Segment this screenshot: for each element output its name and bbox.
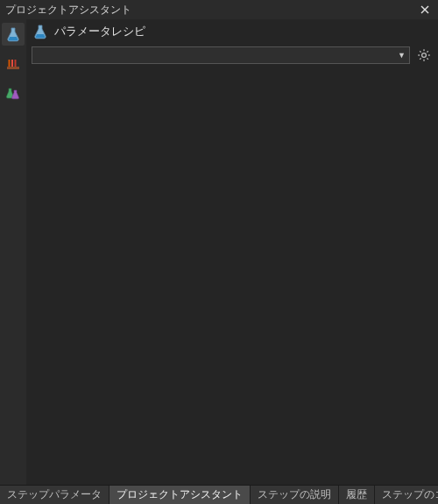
tab-step-parameters[interactable]: ステップパラメータ [0,486,110,504]
chevron-down-icon: ▼ [398,51,406,60]
bottom-tab-bar: ステップパラメータ プロジェクトアシスタント ステップの説明 履歴 ステップのコ… [0,485,438,504]
panel-titlebar: プロジェクトアシスタント [0,0,438,19]
header-flask-icon [32,23,49,40]
svg-rect-3 [9,60,11,67]
svg-rect-2 [7,67,19,69]
main-area: パラメータレシピ ▼ [0,19,438,485]
close-button[interactable] [417,2,433,18]
rail-item-beakers[interactable] [2,82,25,105]
tab-label: ステップパラメータ [7,487,102,502]
left-rail [0,19,26,485]
tab-step-comment[interactable]: ステップのコメント [375,486,438,504]
tab-step-description[interactable]: ステップの説明 [251,486,339,504]
toolbar-row: ▼ [26,44,438,68]
flask-icon [5,26,21,42]
svg-line-13 [420,58,420,59]
panel-title: プロジェクトアシスタント [5,3,131,18]
content-header: パラメータレシピ [26,19,438,44]
svg-line-11 [420,51,420,52]
tab-label: ステップの説明 [258,487,331,502]
content-column: パラメータレシピ ▼ [26,19,438,485]
settings-button[interactable] [415,46,433,64]
recipe-dropdown[interactable]: ▼ [32,46,410,64]
tab-label: ステップのコメント [382,487,438,502]
tab-project-assistant[interactable]: プロジェクトアシスタント [110,486,251,504]
svg-line-12 [427,58,427,59]
content-title: パラメータレシピ [54,24,145,39]
rack-icon [5,56,21,72]
tab-history[interactable]: 履歴 [339,486,375,504]
beakers-icon [5,86,21,102]
svg-rect-5 [15,60,17,67]
tab-label: プロジェクトアシスタント [117,487,243,502]
close-icon [420,4,430,15]
rail-item-flask[interactable] [2,23,25,46]
tab-label: 履歴 [346,487,367,502]
svg-point-6 [422,53,427,58]
content-body [26,68,438,485]
svg-rect-4 [11,60,13,67]
svg-line-14 [427,51,427,52]
gear-icon [417,48,431,62]
rail-item-rack[interactable] [2,53,25,75]
